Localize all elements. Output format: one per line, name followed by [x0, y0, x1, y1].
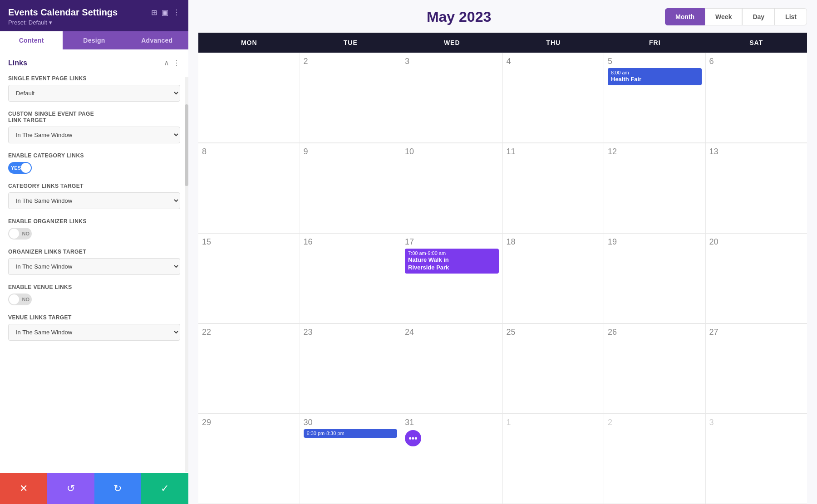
- enable-organizer-links-group: Enable Organizer Links NO: [8, 218, 180, 240]
- yes-toggle-thumb: [21, 163, 31, 173]
- category-links-target-group: Category Links Target In The Same Window…: [8, 183, 180, 209]
- cancel-icon: ✕: [20, 483, 28, 494]
- day-num: 30: [304, 418, 398, 427]
- save-button[interactable]: ✓: [141, 473, 188, 504]
- tab-bar: Content Design Advanced: [0, 31, 188, 49]
- view-buttons: Month Week Day List: [665, 8, 807, 25]
- view-btn-day[interactable]: Day: [742, 8, 775, 25]
- enable-category-links-label: Enable Category Links: [8, 152, 180, 159]
- day-num: 6: [709, 57, 804, 66]
- section-header-icons: ∧ ⋮: [164, 59, 180, 67]
- cal-cell-w1-sat: 6: [706, 53, 807, 142]
- panel-content: Links ∧ ⋮ Single Event Page Links Defaul…: [0, 49, 188, 473]
- undo-button[interactable]: ↺: [47, 473, 94, 504]
- nature-walk-event[interactable]: 7:00 am-9:00 am Nature Walk inRiverside …: [405, 249, 499, 274]
- no-toggle-thumb-2: [9, 294, 19, 304]
- cal-cell-w4-fri: 26: [604, 323, 706, 413]
- cal-cell-w4-tue: 23: [300, 323, 402, 413]
- cal-cell-w5-thu: 1: [503, 414, 605, 504]
- single-event-page-links-select[interactable]: Default Custom: [8, 85, 180, 102]
- custom-single-event-link-target-label: Custom Single Event Page Link Target: [8, 111, 180, 123]
- more-events-icon: •••: [409, 434, 418, 443]
- day-header-tue: TUE: [300, 33, 402, 53]
- custom-single-event-link-target-group: Custom Single Event Page Link Target In …: [8, 111, 180, 143]
- cal-cell-w1-fri: 5 8:00 am Health Fair: [604, 53, 706, 142]
- cal-cell-w5-mon: 29: [198, 414, 300, 504]
- panel-header: Events Calendar Settings Preset: Default…: [0, 0, 188, 31]
- calendar-header-row: MON TUE WED THU FRI SAT: [198, 33, 807, 53]
- tab-design[interactable]: Design: [63, 31, 125, 49]
- cal-cell-w2-sat: 13: [706, 143, 807, 233]
- right-calendar-panel: May 2023 Month Week Day List MON TUE WED…: [188, 0, 817, 504]
- no-toggle-label: NO: [22, 231, 30, 236]
- single-event-page-links-label: Single Event Page Links: [8, 75, 180, 82]
- redo-icon: ↻: [113, 483, 122, 494]
- left-settings-panel: Events Calendar Settings Preset: Default…: [0, 0, 188, 504]
- enable-venue-links-toggle-row: NO: [8, 294, 180, 305]
- venue-links-target-select[interactable]: In The Same Window In A New Window: [8, 324, 180, 341]
- view-btn-month[interactable]: Month: [665, 8, 705, 25]
- panel-header-left: Events Calendar Settings Preset: Default…: [8, 7, 118, 26]
- cancel-button[interactable]: ✕: [0, 473, 47, 504]
- panel-title: Events Calendar Settings: [8, 7, 118, 18]
- cal-cell-w4-sat: 27: [706, 323, 807, 413]
- collapse-icon[interactable]: ∧: [164, 59, 169, 67]
- cal-week-1: 2 3 4 5 8:00 am Health Fair 6: [198, 53, 807, 143]
- layout-icon[interactable]: ▣: [162, 8, 168, 17]
- cal-cell-w5-fri: 2: [604, 414, 706, 504]
- organizer-links-target-label: Organizer Links Target: [8, 249, 180, 255]
- tab-content[interactable]: Content: [0, 31, 63, 49]
- event-time: 7:00 am-9:00 am: [408, 250, 496, 256]
- day-num: 22: [202, 328, 296, 337]
- redo-button[interactable]: ↻: [94, 473, 142, 504]
- category-links-target-select[interactable]: In The Same Window In A New Window: [8, 192, 180, 209]
- tab-advanced[interactable]: Advanced: [126, 31, 188, 49]
- cal-cell-w3-sat: 20: [706, 233, 807, 323]
- links-heading: Links: [8, 59, 27, 67]
- links-section-header: Links ∧ ⋮: [8, 59, 180, 67]
- day-header-sat: SAT: [706, 33, 807, 53]
- panel-header-icons: ⊞ ▣ ⋮: [151, 8, 180, 17]
- day-num: 3: [405, 57, 499, 66]
- section-more-icon[interactable]: ⋮: [173, 59, 180, 67]
- enable-organizer-links-toggle[interactable]: NO: [8, 228, 32, 240]
- day-num: 26: [608, 328, 702, 337]
- cal-cell-w3-thu: 18: [503, 233, 605, 323]
- day-num: 12: [608, 147, 702, 157]
- day-num: 11: [507, 147, 600, 157]
- day-num: 2: [304, 57, 398, 66]
- enable-category-links-toggle-row: YES: [8, 162, 180, 174]
- health-fair-event[interactable]: 8:00 am Health Fair: [608, 68, 702, 85]
- evening-event[interactable]: 6:30 pm-8:30 pm: [304, 429, 398, 438]
- cal-cell-w1-mon: [198, 53, 300, 142]
- organizer-links-target-select[interactable]: In The Same Window In A New Window: [8, 258, 180, 275]
- view-btn-week[interactable]: Week: [705, 8, 742, 25]
- enable-venue-links-toggle[interactable]: NO: [8, 294, 32, 305]
- day-num: 31: [405, 418, 499, 427]
- cal-cell-w1-thu: 4: [503, 53, 605, 142]
- cal-cell-w2-fri: 12: [604, 143, 706, 233]
- enable-category-links-toggle[interactable]: YES: [8, 162, 32, 174]
- more-events-button[interactable]: •••: [405, 430, 421, 446]
- cal-cell-w4-thu: 25: [503, 323, 605, 413]
- cal-cell-w2-tue: 9: [300, 143, 402, 233]
- custom-single-event-link-target-select[interactable]: In The Same Window In A New Window: [8, 127, 180, 143]
- day-header-thu: THU: [503, 33, 605, 53]
- save-icon: ✓: [161, 483, 169, 494]
- day-num: 4: [507, 57, 600, 66]
- event-title: Nature Walk inRiverside Park: [408, 256, 496, 272]
- scrollbar-track: [185, 77, 188, 472]
- view-btn-list[interactable]: List: [775, 8, 807, 25]
- enable-organizer-links-toggle-row: NO: [8, 228, 180, 240]
- panel-preset: Preset: Default ▾: [8, 19, 118, 26]
- cal-cell-w2-wed: 10: [401, 143, 503, 233]
- single-event-page-links-group: Single Event Page Links Default Custom: [8, 75, 180, 102]
- day-num: 10: [405, 147, 499, 157]
- day-num: 8: [202, 147, 296, 157]
- no-toggle-thumb: [9, 229, 19, 239]
- more-icon[interactable]: ⋮: [173, 8, 180, 17]
- day-num: 9: [304, 147, 398, 157]
- settings-icon[interactable]: ⊞: [151, 8, 157, 17]
- event-time: 8:00 am: [611, 70, 699, 75]
- day-num: 19: [608, 237, 702, 247]
